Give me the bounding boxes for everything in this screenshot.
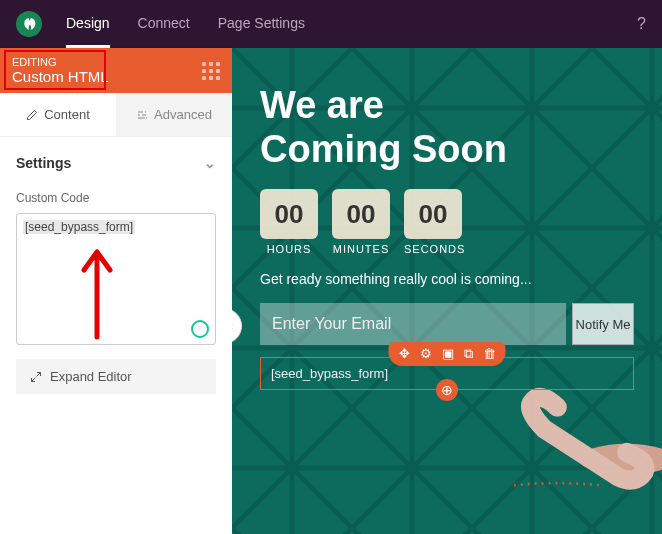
pencil-icon bbox=[26, 109, 38, 121]
shortcode-text: [seed_bypass_form] bbox=[271, 366, 388, 381]
settings-icon[interactable]: ⚙ bbox=[420, 346, 432, 362]
top-bar: Design Connect Page Settings ? bbox=[0, 0, 662, 48]
chevron-down-icon: ⌄ bbox=[204, 155, 216, 171]
page-preview: ‹ We areComing Soon 00 HOURS 00 MINUTES … bbox=[232, 48, 662, 534]
selected-shortcode-block[interactable]: ✥ ⚙ ▣ ⧉ 🗑 [seed_bypass_form] ⊕ bbox=[260, 357, 634, 390]
editor-subtabs: Content Advanced bbox=[0, 93, 232, 137]
notify-button[interactable]: Notify Me bbox=[572, 303, 634, 345]
settings-section[interactable]: Settings ⌄ bbox=[0, 137, 232, 181]
editing-label: EDITING bbox=[12, 56, 109, 68]
subtab-advanced[interactable]: Advanced bbox=[116, 93, 232, 136]
grammarly-icon[interactable] bbox=[191, 320, 209, 338]
tagline-text: Get ready something really cool is comin… bbox=[260, 271, 634, 287]
editor-sidebar: EDITING Custom HTML Content Advanced Set… bbox=[0, 48, 232, 534]
nav-tab-page-settings[interactable]: Page Settings bbox=[218, 1, 305, 48]
collapse-sidebar-handle[interactable]: ‹ bbox=[232, 308, 242, 344]
annotation-arrow bbox=[72, 242, 122, 342]
selection-toolbar: ✥ ⚙ ▣ ⧉ 🗑 bbox=[389, 342, 506, 366]
duplicate-icon[interactable]: ⧉ bbox=[464, 346, 473, 362]
field-label-custom-code: Custom Code bbox=[0, 191, 232, 205]
countdown-minutes: 00 MINUTES bbox=[332, 189, 390, 255]
nav-tabs: Design Connect Page Settings bbox=[66, 1, 305, 48]
hero-heading: We areComing Soon bbox=[260, 84, 634, 171]
email-form: Notify Me bbox=[260, 303, 634, 345]
nav-tab-design[interactable]: Design bbox=[66, 1, 110, 48]
delete-icon[interactable]: 🗑 bbox=[483, 346, 496, 362]
email-input[interactable] bbox=[260, 303, 566, 345]
custom-code-textarea[interactable]: [seed_bypass_form] bbox=[16, 213, 216, 345]
expand-editor-button[interactable]: Expand Editor bbox=[16, 359, 216, 394]
section-title: Settings bbox=[16, 155, 71, 171]
editor-header: EDITING Custom HTML bbox=[0, 48, 232, 93]
help-icon[interactable]: ? bbox=[637, 15, 646, 33]
countdown-row: 00 HOURS 00 MINUTES 00 SECONDS bbox=[260, 189, 634, 255]
add-block-button[interactable]: ⊕ bbox=[436, 379, 458, 401]
countdown-hours: 00 HOURS bbox=[260, 189, 318, 255]
nav-tab-connect[interactable]: Connect bbox=[138, 1, 190, 48]
code-content: [seed_bypass_form] bbox=[23, 220, 135, 234]
move-icon[interactable]: ✥ bbox=[399, 346, 410, 362]
subtab-content[interactable]: Content bbox=[0, 93, 116, 136]
app-logo[interactable] bbox=[16, 11, 42, 37]
expand-icon bbox=[30, 371, 42, 383]
countdown-seconds: 00 SECONDS bbox=[404, 189, 462, 255]
save-icon[interactable]: ▣ bbox=[442, 346, 454, 362]
block-title: Custom HTML bbox=[12, 68, 109, 85]
sliders-icon bbox=[136, 109, 148, 121]
drag-handle-icon[interactable] bbox=[202, 62, 220, 80]
